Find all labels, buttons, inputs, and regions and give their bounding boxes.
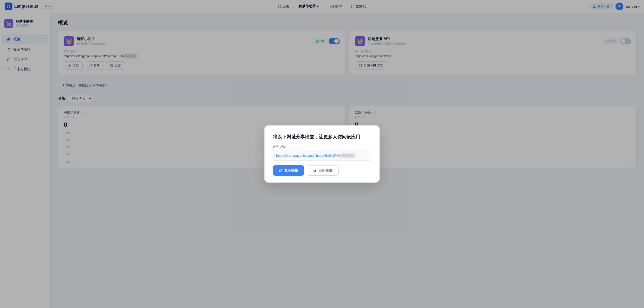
modal-url-link[interactable]: https://dev.langgenius.app/chat/sVEzSVjR… [276,154,355,158]
share-modal: 将以下网址分享出去，让更多人访问该应用 分享 URL https://dev.l… [264,126,380,182]
modal-actions: 复制链接 重新生成 [273,165,371,176]
modal-url-box: https://dev.langgenius.app/chat/sVEzSVjR… [273,150,371,161]
regenerate-button[interactable]: 重新生成 [307,165,338,176]
modal-title: 将以下网址分享出去，让更多人访问该应用 [273,134,371,140]
copy-link-button[interactable]: 复制链接 [273,165,304,176]
modal-overlay[interactable]: 将以下网址分享出去，让更多人访问该应用 分享 URL https://dev.l… [0,0,644,308]
modal-url-label: 分享 URL [273,144,371,149]
